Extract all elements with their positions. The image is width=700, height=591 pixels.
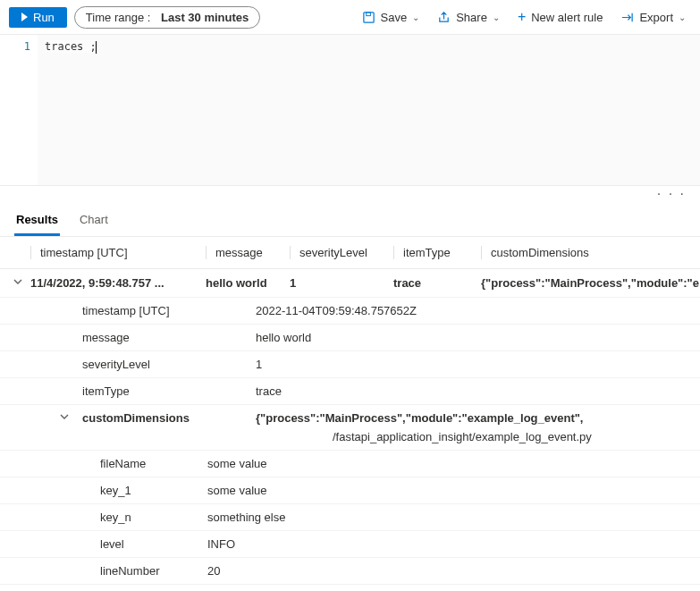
detail-severity: severityLevel 1 [0,351,700,378]
sub-label: fileName [100,457,207,470]
save-button[interactable]: Save ⌄ [357,7,426,28]
detail-message: message hello world [0,325,700,351]
detail-label: message [82,331,256,344]
cell-itemtype: trace [393,276,481,290]
sub-value: something else [207,511,687,524]
detail-value: 1 [256,358,687,371]
new-alert-button[interactable]: + New alert rule [512,5,609,29]
cell-custom: {"process":"MainProcess","module":"e [481,276,699,290]
run-label: Run [33,11,55,24]
chevron-down-icon [13,276,23,287]
sub-value: INFO [207,537,687,551]
grid-header: timestamp [UTC] message severityLevel it… [0,237,700,269]
detail-custom[interactable]: customDimensions {"process":"MainProcess… [0,405,700,451]
export-icon [620,11,634,24]
cell-severity: 1 [290,276,393,290]
sub-filename: fileName some value [0,451,700,477]
svg-rect-0 [363,12,373,21]
sub-key1: key_1 some value [0,477,700,504]
time-range-label: Time range : [86,11,151,24]
sub-keyn: key_n something else [0,504,700,531]
line-number: 1 [0,35,38,185]
chevron-down-icon [59,411,70,422]
sub-level: level INFO [0,531,700,558]
detail-label: severityLevel [82,358,256,371]
tab-results[interactable]: Results [14,204,60,236]
sub-value: some value [207,457,687,470]
detail-itemtype: itemType trace [0,378,700,405]
col-custom[interactable]: customDimensions [481,246,687,259]
col-timestamp[interactable]: timestamp [UTC] [30,246,206,259]
export-label: Export [639,11,673,24]
play-icon [21,13,28,21]
share-label: Share [456,11,487,24]
detail-value: hello world [256,331,687,344]
cell-timestamp: 11/4/2022, 9:59:48.757 ... [30,276,206,290]
detail-value: trace [256,384,687,398]
plus-icon: + [518,9,526,25]
sub-module: module example_log_event [0,585,700,591]
row-expand-toggle[interactable] [13,276,30,290]
detail-timestamp: timestamp [UTC] 2022-11-04T09:59:48.7576… [0,298,700,325]
sub-value: some value [207,484,687,497]
export-button[interactable]: Export ⌄ [615,7,691,28]
custom-expand-toggle[interactable] [46,411,82,422]
toolbar: Run Time range : Last 30 minutes Save ⌄ … [0,0,700,35]
chevron-down-icon: ⌄ [412,13,419,22]
share-button[interactable]: Share ⌄ [432,7,505,28]
sub-value: 20 [207,564,687,578]
save-icon [362,11,375,24]
sub-label: lineNumber [100,564,207,578]
sub-label: level [100,537,207,551]
query-editor[interactable]: 1 traces ; [0,35,700,186]
sub-label: key_n [100,511,207,524]
code-area[interactable]: traces ; [38,35,700,185]
detail-label: itemType [82,384,256,398]
cell-message: hello world [206,276,290,290]
detail-label: timestamp [UTC] [82,304,256,317]
detail-value: {"process":"MainProcess","module":"examp… [256,411,687,443]
sub-label: key_1 [100,484,207,497]
more-menu[interactable]: · · · [0,186,700,204]
chevron-down-icon: ⌄ [493,13,500,22]
detail-value: 2022-11-04T09:59:48.757652Z [256,304,687,317]
result-tabs: Results Chart [0,204,700,237]
save-label: Save [381,11,408,24]
sub-linenumber: lineNumber 20 [0,558,700,585]
col-message[interactable]: message [206,246,290,259]
run-button[interactable]: Run [9,7,67,28]
table-row[interactable]: 11/4/2022, 9:59:48.757 ... hello world 1… [0,269,700,298]
col-severity[interactable]: severityLevel [290,246,393,259]
chevron-down-icon: ⌄ [679,13,686,22]
col-itemtype[interactable]: itemType [393,246,481,259]
text-cursor [96,41,97,54]
detail-label: customDimensions [82,411,256,425]
share-icon [437,11,451,24]
time-range-selector[interactable]: Time range : Last 30 minutes [74,6,260,29]
tab-chart[interactable]: Chart [78,204,110,236]
time-range-value: Last 30 minutes [161,11,249,24]
new-alert-label: New alert rule [531,11,603,24]
code-text: traces ; [45,40,97,53]
